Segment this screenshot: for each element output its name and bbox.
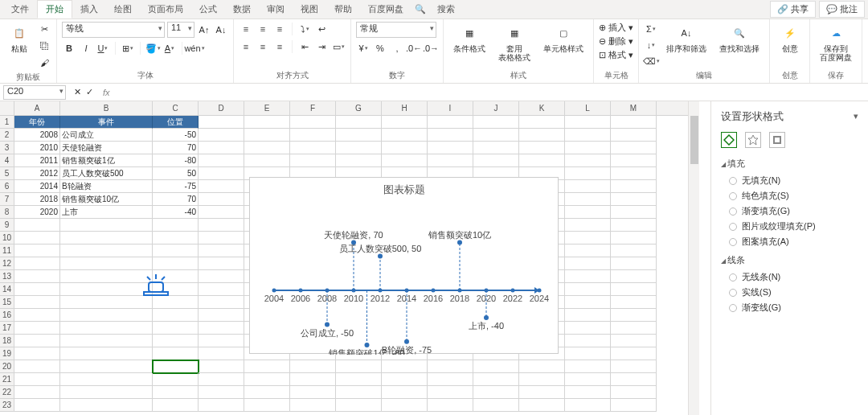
cell[interactable] (60, 386, 153, 399)
cell[interactable] (244, 116, 290, 129)
cell[interactable] (611, 399, 657, 412)
cell[interactable]: 天使轮融资 (60, 142, 153, 154)
cell[interactable] (14, 399, 60, 412)
line-option[interactable]: 渐变线(G) (729, 302, 858, 314)
align-top-button[interactable]: ≡ (239, 22, 253, 36)
cell[interactable] (14, 257, 60, 270)
section-fill[interactable]: 填充 (721, 158, 858, 170)
row-header[interactable]: 21 (0, 373, 14, 386)
column-header[interactable]: E (244, 101, 290, 115)
chart-title[interactable]: 图表标题 (250, 178, 558, 202)
tab-file[interactable]: 文件 (3, 1, 37, 18)
cell[interactable] (611, 129, 657, 142)
cell[interactable] (199, 154, 244, 167)
row-header[interactable]: 23 (0, 399, 14, 412)
cell[interactable] (428, 116, 473, 129)
cell[interactable] (611, 283, 657, 296)
cell[interactable]: -50 (153, 129, 199, 142)
cell[interactable] (14, 283, 60, 296)
ideas-button[interactable]: ⚡创意 (776, 22, 805, 55)
cell[interactable] (565, 232, 611, 244)
cell[interactable] (60, 219, 153, 232)
cell[interactable] (611, 180, 657, 193)
cell[interactable] (244, 129, 290, 142)
row-header[interactable]: 20 (0, 360, 14, 373)
pane-tab-effects[interactable] (745, 132, 761, 148)
cell[interactable] (153, 322, 199, 335)
cell[interactable] (14, 347, 60, 360)
cell[interactable] (428, 129, 473, 142)
pane-close-button[interactable]: ▾ (854, 111, 858, 121)
pane-tab-size[interactable] (769, 132, 785, 148)
cell[interactable] (290, 154, 336, 167)
tab-home[interactable]: 开始 (37, 0, 72, 18)
sort-filter-button[interactable]: A↓排序和筛选 (661, 22, 711, 55)
cell[interactable] (244, 373, 290, 386)
cell[interactable] (565, 129, 611, 142)
cell[interactable] (199, 296, 244, 309)
fill-option[interactable]: 图片或纹理填充(P) (729, 220, 858, 232)
cell[interactable]: 2014 (14, 180, 60, 193)
indent-decrease-button[interactable]: ⇤ (297, 39, 312, 54)
cell[interactable] (473, 116, 519, 129)
cell[interactable] (199, 167, 244, 180)
row-header[interactable]: 17 (0, 322, 14, 335)
cell[interactable] (60, 373, 153, 386)
cell[interactable] (153, 360, 199, 373)
cell[interactable] (153, 232, 199, 244)
cell[interactable] (14, 335, 60, 347)
cell[interactable] (199, 347, 244, 360)
cell[interactable] (244, 386, 290, 399)
cell[interactable] (382, 373, 428, 386)
increase-decimal-button[interactable]: .0← (407, 41, 421, 55)
cell[interactable] (565, 309, 611, 322)
increase-font-button[interactable]: A↑ (197, 23, 211, 37)
cell[interactable] (565, 257, 611, 270)
cell[interactable] (290, 142, 336, 154)
row-header[interactable]: 4 (0, 154, 14, 167)
cell[interactable] (611, 206, 657, 219)
cell[interactable] (290, 116, 336, 129)
cell[interactable] (14, 386, 60, 399)
cell[interactable] (336, 360, 382, 373)
cell[interactable] (14, 244, 60, 257)
cell[interactable] (290, 373, 336, 386)
cell[interactable] (199, 335, 244, 347)
cell[interactable] (290, 129, 336, 142)
cell[interactable] (290, 399, 336, 412)
cell[interactable] (519, 116, 565, 129)
cell[interactable] (60, 360, 153, 373)
cell[interactable] (565, 283, 611, 296)
cell[interactable] (199, 373, 244, 386)
column-header[interactable]: I (428, 101, 473, 115)
cell[interactable] (60, 232, 153, 244)
cell[interactable] (336, 142, 382, 154)
align-middle-button[interactable]: ≡ (256, 22, 270, 36)
tab-insert[interactable]: 插入 (72, 1, 106, 18)
cell[interactable] (244, 399, 290, 412)
row-header[interactable]: 8 (0, 206, 14, 219)
tab-layout[interactable]: 页面布局 (140, 1, 191, 18)
cell[interactable] (60, 270, 153, 283)
cancel-formula-button[interactable]: ✕ (74, 87, 81, 97)
cell[interactable] (565, 219, 611, 232)
column-header[interactable]: F (290, 101, 336, 115)
currency-button[interactable]: ¥ (356, 41, 371, 55)
cell[interactable]: -80 (153, 154, 199, 167)
format-cells-button[interactable]: ⊡格式 ▾ (599, 49, 633, 61)
cell[interactable] (611, 335, 657, 347)
insert-cells-button[interactable]: ⊕插入 ▾ (599, 22, 633, 34)
cell[interactable]: 2020 (14, 206, 60, 219)
cell[interactable] (565, 180, 611, 193)
cell[interactable] (565, 142, 611, 154)
align-bottom-button[interactable]: ≡ (272, 22, 287, 36)
section-line[interactable]: 线条 (721, 254, 858, 266)
cell[interactable] (336, 116, 382, 129)
cell[interactable] (199, 244, 244, 257)
table-format-button[interactable]: ▦套用 表格格式 (493, 22, 535, 64)
row-header[interactable]: 16 (0, 309, 14, 322)
underline-button[interactable]: U (96, 41, 110, 55)
cell[interactable] (153, 244, 199, 257)
cell[interactable]: 2011 (14, 154, 60, 167)
align-center-button[interactable]: ≡ (256, 39, 270, 54)
